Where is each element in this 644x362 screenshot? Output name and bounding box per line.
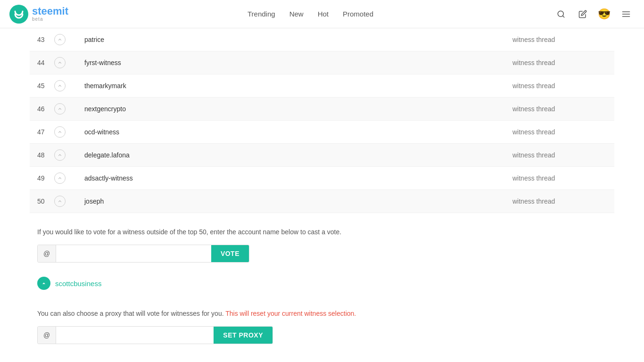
witness-name[interactable]: adsactly-witness	[84, 174, 512, 182]
logo-text: steemit beta	[32, 6, 68, 22]
logo-name: steemit	[32, 6, 68, 16]
proxy-description: You can also choose a proxy that will vo…	[37, 309, 607, 319]
upvote-button[interactable]	[54, 103, 66, 115]
witness-link[interactable]: witness thread	[512, 36, 607, 43]
main-content: 43 patrice witness thread 44 fyrst-witne…	[20, 28, 624, 358]
witness-name[interactable]: patrice	[84, 36, 512, 43]
avatar-button[interactable]: 😎	[596, 6, 613, 23]
upvote-button[interactable]	[54, 80, 66, 91]
rank-number: 43	[37, 36, 50, 43]
witness-row: 48 delegate.lafona witness thread	[30, 144, 614, 167]
chevron-up-icon	[58, 130, 62, 134]
rank-number: 46	[37, 105, 50, 113]
witness-row: 49 adsactly-witness witness thread	[30, 167, 614, 190]
witness-name[interactable]: delegate.lafona	[84, 151, 512, 159]
witness-link[interactable]: witness thread	[512, 59, 607, 66]
witness-row: 50 joseph witness thread	[30, 190, 614, 213]
chevron-up-icon	[58, 176, 62, 181]
vote-at-prefix: @	[38, 245, 56, 262]
chevron-up-icon	[58, 37, 62, 42]
chevron-up-icon	[58, 153, 62, 157]
chevron-up-icon	[58, 60, 62, 65]
proxy-reset-warning: This will reset your current witness sel…	[225, 310, 356, 317]
rank-cell: 46	[37, 103, 84, 115]
rank-number: 48	[37, 151, 50, 159]
voted-username[interactable]: scottcbusiness	[55, 280, 101, 288]
rank-cell: 48	[37, 149, 84, 161]
set-proxy-button[interactable]: SET PROXY	[214, 327, 272, 344]
vote-account-input[interactable]	[56, 245, 211, 262]
witness-name[interactable]: joseph	[84, 197, 512, 205]
rank-cell: 50	[37, 196, 84, 207]
upvote-button[interactable]	[54, 173, 66, 184]
proxy-input-group: @ SET PROXY	[37, 326, 273, 344]
avatar-emoji: 😎	[598, 8, 611, 20]
witness-link[interactable]: witness thread	[512, 174, 607, 182]
rank-number: 49	[37, 174, 50, 182]
upvote-button[interactable]	[54, 196, 66, 207]
menu-button[interactable]	[618, 6, 635, 23]
witness-link[interactable]: witness thread	[512, 197, 607, 205]
search-button[interactable]	[553, 6, 570, 23]
steemit-logo-icon	[9, 5, 28, 24]
edit-icon	[578, 10, 587, 18]
witness-name[interactable]: themarkymark	[84, 82, 512, 90]
upvote-button[interactable]	[54, 126, 66, 138]
logo-link[interactable]: steemit beta	[9, 5, 68, 24]
nav-new[interactable]: New	[289, 10, 304, 18]
main-header: steemit beta Trending New Hot Promoted 😎	[0, 0, 644, 28]
witness-name[interactable]: nextgencrypto	[84, 105, 512, 113]
witness-row: 44 fyrst-witness witness thread	[30, 51, 614, 74]
rank-number: 50	[37, 197, 50, 205]
nav-trending[interactable]: Trending	[248, 10, 275, 18]
witness-link[interactable]: witness thread	[512, 128, 607, 136]
logo-beta: beta	[32, 16, 68, 22]
upvote-active-icon	[41, 280, 47, 286]
witness-link[interactable]: witness thread	[512, 82, 607, 90]
rank-cell: 44	[37, 57, 84, 68]
witness-name[interactable]: ocd-witness	[84, 128, 512, 136]
main-nav: Trending New Hot Promoted	[248, 10, 373, 18]
voted-user-section: scottcbusiness	[30, 272, 614, 299]
rank-cell: 45	[37, 80, 84, 91]
witness-list: 43 patrice witness thread 44 fyrst-witne…	[30, 28, 614, 213]
rank-cell: 47	[37, 126, 84, 138]
proxy-at-prefix: @	[38, 327, 56, 344]
hamburger-icon	[621, 9, 631, 19]
nav-promoted[interactable]: Promoted	[343, 10, 373, 18]
vote-outside-section: If you would like to vote for a witness …	[30, 213, 614, 272]
vote-input-group: @ VOTE	[37, 245, 249, 263]
chevron-up-icon	[58, 83, 62, 88]
search-icon	[557, 10, 565, 18]
svg-point-0	[9, 5, 28, 24]
proxy-account-input[interactable]	[56, 327, 214, 344]
header-icons: 😎	[553, 6, 635, 23]
rank-number: 47	[37, 128, 50, 136]
proxy-section: You can also choose a proxy that will vo…	[30, 299, 614, 358]
witness-row: 45 themarkymark witness thread	[30, 74, 614, 98]
witness-row: 46 nextgencrypto witness thread	[30, 98, 614, 121]
vote-description: If you would like to vote for a witness …	[37, 227, 607, 237]
rank-cell: 49	[37, 173, 84, 184]
witness-link[interactable]: witness thread	[512, 151, 607, 159]
svg-line-2	[562, 16, 564, 17]
upvote-button[interactable]	[54, 149, 66, 161]
witness-name[interactable]: fyrst-witness	[84, 59, 512, 66]
nav-hot[interactable]: Hot	[318, 10, 329, 18]
vote-button[interactable]: VOTE	[211, 245, 249, 262]
voted-upvote-button[interactable]	[37, 277, 50, 290]
witness-row: 47 ocd-witness witness thread	[30, 121, 614, 144]
edit-button[interactable]	[574, 6, 591, 23]
chevron-up-icon	[58, 107, 62, 111]
witness-row: 43 patrice witness thread	[30, 28, 614, 51]
rank-number: 44	[37, 59, 50, 66]
rank-number: 45	[37, 82, 50, 90]
rank-cell: 43	[37, 34, 84, 45]
upvote-button[interactable]	[54, 34, 66, 45]
witness-link[interactable]: witness thread	[512, 105, 607, 113]
chevron-up-icon	[58, 199, 62, 204]
upvote-button[interactable]	[54, 57, 66, 68]
proxy-description-normal: You can also choose a proxy that will vo…	[37, 310, 224, 317]
